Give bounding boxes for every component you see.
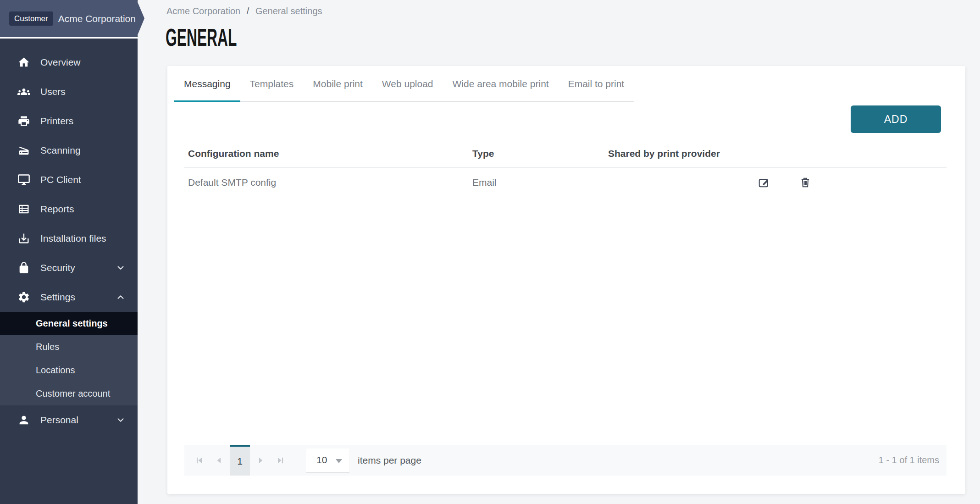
main-content: Acme Corporation / General settings GENE…	[138, 0, 980, 504]
tab-email-to-print[interactable]: Email to print	[559, 66, 634, 102]
printer-icon	[17, 115, 30, 127]
reports-icon	[17, 203, 30, 216]
tab-templates[interactable]: Templates	[240, 66, 304, 102]
tab-messaging[interactable]: Messaging	[174, 66, 240, 102]
sidebar-item-label: Scanning	[40, 145, 81, 156]
sidebar-item-label: Personal	[40, 415, 78, 426]
sidebar-item-users[interactable]: Users	[0, 77, 138, 106]
gear-icon	[17, 291, 30, 304]
table-header-row: Configuration name Type Shared by print …	[184, 139, 947, 168]
sidebar-subitem-label: Locations	[36, 365, 75, 376]
tab-mobile-print[interactable]: Mobile print	[303, 66, 372, 102]
column-header-type[interactable]: Type	[469, 148, 604, 159]
items-range-label: 1 - 1 of 1 items	[879, 455, 947, 465]
users-icon	[17, 85, 30, 98]
sidebar-item-personal[interactable]: Personal	[0, 405, 138, 435]
edit-button[interactable]	[758, 176, 770, 189]
column-header-shared-by-print-provider[interactable]: Shared by print provider	[604, 148, 754, 159]
page-size-value: 10	[316, 454, 327, 465]
sidebar-item-label: Installation files	[40, 233, 106, 244]
next-page-button[interactable]	[251, 445, 270, 476]
sidebar-nav: Overview Users Printers Scanning PC Clie…	[0, 39, 138, 435]
scanner-icon	[17, 144, 30, 157]
customer-badge: Customer	[9, 11, 53, 26]
config-name-cell: Default SMTP config	[184, 177, 469, 188]
first-page-icon	[195, 456, 204, 465]
sidebar-item-scanning[interactable]: Scanning	[0, 136, 138, 165]
sidebar-item-security[interactable]: Security	[0, 253, 138, 282]
settings-submenu: General settings Rules Locations Custome…	[0, 312, 138, 405]
lock-icon	[17, 261, 30, 274]
breadcrumb-customer[interactable]: Acme Corporation	[166, 6, 240, 16]
sidebar: Customer Acme Corporation Overview Users…	[0, 0, 138, 504]
previous-page-button[interactable]	[210, 445, 228, 476]
monitor-icon	[17, 173, 30, 186]
sidebar-subitem-label: Customer account	[36, 388, 110, 399]
download-icon	[17, 232, 30, 245]
sidebar-item-printers[interactable]: Printers	[0, 106, 138, 136]
first-page-button[interactable]	[190, 445, 209, 476]
sidebar-item-locations[interactable]: Locations	[0, 359, 138, 382]
sidebar-item-pc-client[interactable]: PC Client	[0, 165, 138, 194]
sidebar-item-installation-files[interactable]: Installation files	[0, 224, 138, 253]
row-actions	[754, 176, 947, 189]
page-number-button[interactable]: 1	[230, 445, 250, 476]
edit-icon	[758, 176, 770, 189]
sidebar-subitem-label: Rules	[36, 342, 59, 352]
sidebar-item-label: Reports	[40, 204, 74, 215]
chevron-up-icon	[116, 292, 126, 302]
customer-name: Acme Corporation	[58, 13, 136, 24]
sidebar-subitem-label: General settings	[36, 318, 108, 329]
person-icon	[17, 414, 30, 426]
sidebar-item-label: PC Client	[40, 174, 81, 185]
breadcrumb-separator: /	[247, 6, 249, 16]
previous-page-icon	[215, 456, 224, 465]
settings-card: Messaging Templates Mobile print Web upl…	[167, 66, 965, 494]
home-icon	[17, 56, 30, 69]
sidebar-item-customer-account[interactable]: Customer account	[0, 382, 138, 405]
sidebar-item-overview[interactable]: Overview	[0, 48, 138, 77]
configurations-table: Configuration name Type Shared by print …	[184, 139, 947, 197]
next-page-icon	[256, 456, 265, 465]
sidebar-item-label: Printers	[40, 116, 73, 127]
page-title: GENERAL	[166, 24, 237, 51]
sidebar-item-general-settings[interactable]: General settings	[0, 312, 138, 335]
items-per-page-label: items per page	[358, 455, 421, 466]
pagination-bar: 1 10 items per page 1 - 1 of 1 items	[184, 445, 947, 476]
table-row: Default SMTP config Email	[184, 168, 947, 197]
last-page-icon	[276, 456, 285, 465]
chevron-down-icon	[116, 415, 126, 425]
sidebar-item-label: Users	[40, 86, 66, 97]
breadcrumb: Acme Corporation / General settings	[166, 6, 322, 17]
sidebar-item-label: Security	[40, 262, 75, 273]
tab-strip: Messaging Templates Mobile print Web upl…	[174, 66, 634, 102]
sidebar-item-rules[interactable]: Rules	[0, 335, 138, 359]
sidebar-item-label: Settings	[40, 292, 75, 303]
column-header-configuration-name[interactable]: Configuration name	[184, 148, 469, 159]
tab-wide-area-mobile-print[interactable]: Wide area mobile print	[443, 66, 559, 102]
page-size-dropdown[interactable]: 10	[306, 449, 349, 472]
sidebar-item-settings[interactable]: Settings	[0, 282, 138, 312]
delete-button[interactable]	[799, 176, 812, 189]
add-button[interactable]: ADD	[851, 105, 941, 133]
customer-header: Customer Acme Corporation	[0, 0, 145, 37]
sidebar-item-label: Overview	[40, 57, 81, 68]
last-page-button[interactable]	[271, 445, 289, 476]
app-root: Customer Acme Corporation Overview Users…	[0, 0, 980, 504]
breadcrumb-current: General settings	[255, 6, 322, 16]
trash-icon	[799, 176, 812, 189]
config-type-cell: Email	[469, 177, 604, 188]
sidebar-item-reports[interactable]: Reports	[0, 194, 138, 224]
dropdown-arrow-icon	[336, 459, 342, 463]
tab-web-upload[interactable]: Web upload	[372, 66, 443, 102]
chevron-down-icon	[116, 263, 126, 273]
